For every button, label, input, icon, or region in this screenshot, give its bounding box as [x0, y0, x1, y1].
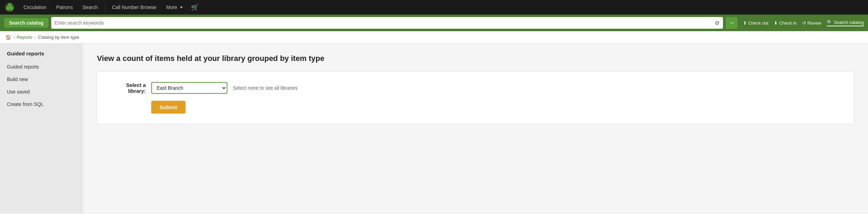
library-form-row: Select a library: East Branch West Branc… — [111, 82, 840, 94]
check-out-icon: ⬆ — [743, 20, 747, 26]
search-catalog-link[interactable]: 🔍 Search catalog — [827, 20, 864, 26]
renew-label: Renew — [807, 20, 821, 26]
sidebar-item-build-new[interactable]: Build new — [0, 73, 83, 86]
library-select-label: Select a library: — [111, 82, 146, 94]
search-catalog-icon: 🔍 — [827, 20, 832, 25]
breadcrumb-sep-2: › — [35, 35, 36, 40]
sidebar-item-use-saved[interactable]: Use saved — [0, 86, 83, 98]
library-select[interactable]: East Branch West Branch Main Library Nor… — [151, 82, 227, 94]
page-heading: View a count of items held at your libra… — [97, 54, 854, 63]
cart-icon[interactable]: 🛒 — [191, 3, 199, 11]
breadcrumb-reports[interactable]: Reports — [17, 35, 33, 40]
filter-icon[interactable]: ⚙ — [715, 20, 720, 26]
main-content: View a count of items held at your libra… — [83, 44, 868, 213]
check-in-label: Check in — [779, 20, 797, 26]
search-bar-actions: ⬆ Check out ⬇ Check in ↺ Renew 🔍 Search … — [743, 20, 864, 26]
renew-link[interactable]: ↺ Renew — [802, 20, 821, 26]
top-nav: Circulation Patrons Search Call Number B… — [0, 0, 868, 15]
main-layout: Guided reports Guided reports Build new … — [0, 44, 868, 213]
submit-button[interactable]: Submit — [151, 101, 186, 114]
nav-call-number-browse[interactable]: Call Number Browse — [108, 2, 161, 12]
nav-more[interactable]: More — [162, 2, 187, 12]
check-out-label: Check out — [748, 20, 769, 26]
breadcrumb: 🏠 › Reports › Catalog by item type — [0, 31, 868, 44]
form-card: Select a library: East Branch West Branc… — [97, 71, 854, 124]
search-input[interactable] — [55, 20, 712, 26]
nav-patrons[interactable]: Patrons — [52, 2, 77, 12]
nav-search[interactable]: Search — [78, 2, 102, 12]
search-bar: Search catalog ⚙ → ⬆ Check out ⬇ Check i… — [0, 15, 868, 31]
app-logo[interactable] — [4, 2, 15, 13]
search-go-button[interactable]: → — [726, 17, 738, 29]
search-catalog-button[interactable]: Search catalog — [4, 18, 48, 28]
sidebar-item-guided-reports[interactable]: Guided reports — [0, 61, 83, 73]
search-input-wrap: ⚙ — [51, 17, 723, 29]
renew-icon: ↺ — [802, 20, 806, 26]
search-catalog-label: Search catalog — [834, 20, 864, 25]
check-in-link[interactable]: ⬇ Check in — [774, 20, 797, 26]
sidebar-title: Guided reports — [0, 51, 83, 61]
home-icon[interactable]: 🏠 — [6, 35, 11, 40]
breadcrumb-current: Catalog by item type — [38, 35, 79, 40]
nav-divider — [105, 3, 105, 11]
sidebar: Guided reports Guided reports Build new … — [0, 44, 83, 213]
breadcrumb-sep-1: › — [13, 35, 15, 40]
library-select-hint: Select none to see all libraries — [233, 85, 298, 91]
nav-circulation[interactable]: Circulation — [19, 2, 51, 12]
sidebar-item-create-from-sql[interactable]: Create from SQL — [0, 98, 83, 110]
check-out-link[interactable]: ⬆ Check out — [743, 20, 769, 26]
check-in-icon: ⬇ — [774, 20, 778, 26]
